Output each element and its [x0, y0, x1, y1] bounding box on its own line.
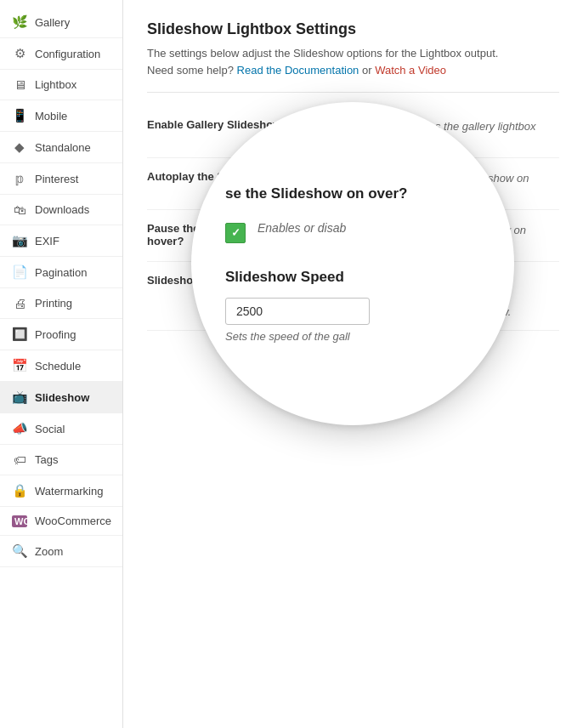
sidebar-item-label: Lightbox	[35, 78, 76, 91]
tags-icon: 🏷	[12, 452, 27, 467]
sidebar-item-label: EXIF	[35, 235, 59, 247]
zoom-icon: 🔍	[12, 543, 27, 559]
video-link[interactable]: Watch a Video	[375, 64, 446, 77]
pagination-icon: 📄	[12, 264, 27, 280]
sidebar-item-label: Schedule	[35, 360, 81, 373]
main-content: Slideshow Lightbox Settings The settings…	[123, 0, 583, 728]
or-text: or	[362, 64, 375, 77]
sidebar-item-slideshow[interactable]: 📺 Slideshow	[0, 382, 122, 413]
sidebar-item-label: Gallery	[35, 16, 70, 29]
sidebar-item-label: Configuration	[35, 48, 100, 60]
page-title: Slideshow Lightbox Settings	[147, 20, 559, 38]
slideshow-icon: 📺	[12, 390, 27, 405]
sidebar-item-label: Social	[35, 423, 65, 435]
sidebar-item-pinterest[interactable]: 𝕡 Pinterest	[0, 163, 122, 195]
sidebar-item-label: Pagination	[35, 266, 87, 279]
sidebar-item-gallery[interactable]: 🌿 Gallery	[0, 7, 122, 38]
magnifier-pause-checkbox[interactable]	[225, 223, 246, 243]
sidebar-item-tags[interactable]: 🏷 Tags	[0, 445, 122, 475]
sidebar-item-label: Tags	[35, 453, 58, 466]
magnifier-speed-label: Slideshow Speed	[225, 269, 480, 286]
sidebar-item-schedule[interactable]: 📅 Schedule	[0, 350, 122, 382]
downloads-icon: 🛍	[12, 202, 27, 217]
proofing-icon: 🔲	[12, 327, 27, 342]
sidebar-item-label: WooCommerce	[35, 515, 111, 527]
woocommerce-icon: WC	[12, 515, 27, 527]
social-icon: 📣	[12, 421, 27, 436]
sidebar-item-proofing[interactable]: 🔲 Proofing	[0, 319, 122, 350]
sidebar-item-mobile[interactable]: 📱 Mobile	[0, 100, 122, 132]
mobile-icon: 📱	[12, 108, 27, 123]
sidebar-item-label: Slideshow	[35, 391, 89, 404]
magnifier-speed-desc: Sets the speed of the gall	[225, 330, 480, 343]
sidebar-item-label: Proofing	[35, 328, 76, 341]
sidebar-item-label: Standalone	[35, 141, 91, 154]
sidebar-item-woocommerce[interactable]: WC WooCommerce	[0, 507, 122, 536]
sidebar-item-standalone[interactable]: ◆ Standalone	[0, 132, 122, 163]
exif-icon: 📷	[12, 233, 27, 248]
magnifier-content: se the Slideshow on over? Enables or dis…	[191, 102, 514, 425]
magnifier-speed-input[interactable]	[225, 298, 370, 325]
sidebar-item-label: Downloads	[35, 203, 89, 216]
sidebar: 🌿 Gallery ⚙ Configuration 🖥 Lightbox 📱 M…	[0, 0, 123, 728]
sidebar-item-label: Zoom	[35, 545, 63, 558]
watermarking-icon: 🔒	[12, 483, 27, 498]
sidebar-item-label: Mobile	[35, 110, 67, 122]
sidebar-item-configuration[interactable]: ⚙ Configuration	[0, 38, 122, 70]
sidebar-item-zoom[interactable]: 🔍 Zoom	[0, 536, 122, 567]
sidebar-item-label: Watermarking	[35, 485, 103, 498]
lightbox-icon: 🖥	[12, 77, 27, 92]
schedule-icon: 📅	[12, 358, 27, 373]
sidebar-item-printing[interactable]: 🖨 Printing	[0, 288, 122, 319]
sidebar-item-label: Pinterest	[35, 173, 78, 185]
magnifier-pause-desc: Enables or disab	[258, 221, 480, 235]
standalone-icon: ◆	[12, 139, 27, 155]
page-description: The settings below adjust the Slideshow …	[147, 45, 559, 78]
printing-icon: 🖨	[12, 296, 27, 310]
sidebar-item-downloads[interactable]: 🛍 Downloads	[0, 195, 122, 225]
header-divider	[147, 92, 559, 93]
magnifier-speed-section: Slideshow Speed Sets the speed of the ga…	[225, 269, 480, 343]
gallery-icon: 🌿	[12, 14, 27, 30]
configuration-icon: ⚙	[12, 46, 27, 61]
sidebar-item-exif[interactable]: 📷 EXIF	[0, 225, 122, 257]
sidebar-item-label: Printing	[35, 297, 72, 310]
sidebar-item-pagination[interactable]: 📄 Pagination	[0, 257, 122, 288]
pinterest-icon: 𝕡	[12, 171, 27, 186]
docs-link[interactable]: Read the Documentation	[237, 64, 359, 77]
sidebar-item-lightbox[interactable]: 🖥 Lightbox	[0, 70, 122, 100]
sidebar-item-social[interactable]: 📣 Social	[0, 413, 122, 445]
sidebar-item-watermarking[interactable]: 🔒 Watermarking	[0, 475, 122, 507]
magnifier-pause-label: se the Slideshow on over?	[225, 185, 480, 203]
magnifier-pause-row: Enables or disab	[225, 221, 480, 243]
magnifier-overlay: se the Slideshow on over? Enables or dis…	[191, 102, 514, 425]
